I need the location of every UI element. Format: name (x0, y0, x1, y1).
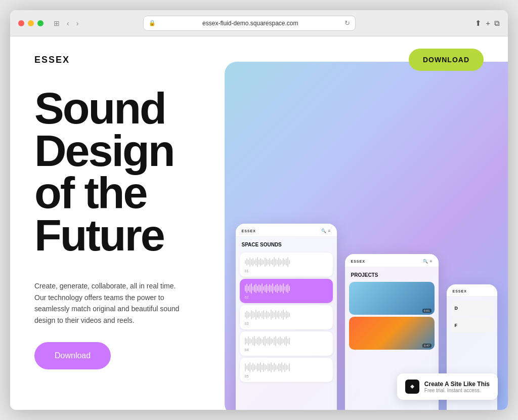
squarespace-subtitle: Free trial. Instant access. (424, 388, 490, 393)
hero-left: Sound Design of the Future Create, gener… (34, 77, 277, 369)
share-button[interactable]: ⬆ (475, 19, 482, 28)
projects-section-title: PROJECTS (345, 267, 439, 280)
url-text: essex-fluid-demo.squarespace.com (159, 20, 341, 27)
browser-chrome: ⊞ ‹ › 🔒 essex-fluid-demo.squarespace.com… (10, 10, 508, 36)
project-sunset-image (349, 317, 435, 350)
project-beach-label: 0:01 (422, 309, 431, 313)
site-logo: ESSEX (34, 55, 70, 65)
browser-window: ⊞ ‹ › 🔒 essex-fluid-demo.squarespace.com… (10, 10, 508, 410)
menu-icon-2: ≡ (430, 259, 433, 264)
project-sunset-card[interactable]: 0:47 (349, 317, 435, 350)
tabs-button[interactable]: ⧉ (494, 19, 500, 28)
lock-icon: 🔒 (149, 20, 156, 26)
phone-main-icons: 🔍 ≡ (321, 229, 331, 233)
sidebar-toggle-button[interactable]: ⊞ (52, 18, 62, 28)
project-sunset-label: 0:47 (422, 344, 431, 348)
phone-third-logo: ESSEX (453, 289, 467, 293)
phone-secondary-logo: ESSEX (351, 260, 365, 263)
search-icon: 🔍 (321, 229, 326, 233)
hero-heading-line1: Sound Design (34, 83, 174, 176)
squarespace-title: Create A Site Like This (424, 381, 490, 388)
site-nav: ESSEX DOWNLOAD (10, 36, 508, 83)
traffic-light-yellow[interactable] (28, 20, 34, 26)
hero-description: Create, generate, collaborate, all in re… (34, 280, 186, 326)
forward-button[interactable]: › (74, 18, 81, 28)
reload-icon: ↻ (344, 19, 350, 27)
phone-secondary-header: ESSEX 🔍 ≡ (345, 254, 439, 267)
address-bar[interactable]: 🔒 essex-fluid-demo.squarespace.com ↻ (143, 16, 356, 31)
traffic-light-green[interactable] (37, 20, 44, 26)
hero-heading-line2: of the Future (34, 167, 164, 260)
theme-preview: D F (447, 297, 497, 339)
theme-item-d: D (451, 301, 493, 316)
search-icon-2: 🔍 (423, 259, 428, 264)
project-beach-image (349, 282, 435, 315)
theme-item-f: F (451, 318, 493, 333)
hero-download-button[interactable]: Download (34, 342, 111, 369)
project-beach-card[interactable]: 0:01 (349, 282, 435, 315)
phone-secondary-icons: 🔍 ≡ (423, 259, 433, 264)
squarespace-icon (405, 380, 419, 394)
squarespace-text-block: Create A Site Like This Free trial. Inst… (424, 381, 490, 393)
traffic-light-red[interactable] (18, 20, 24, 26)
track-05-number: 05 (245, 374, 328, 378)
menu-icon: ≡ (328, 229, 331, 233)
browser-controls: ⊞ ‹ › (52, 18, 80, 28)
nav-download-button[interactable]: DOWNLOAD (409, 49, 484, 71)
traffic-lights (18, 20, 44, 26)
squarespace-badge[interactable]: Create A Site Like This Free trial. Inst… (397, 373, 498, 400)
browser-actions: ⬆ + ⧉ (475, 19, 500, 28)
new-tab-button[interactable]: + (486, 19, 490, 28)
phone-third-header: ESSEX (447, 284, 497, 297)
back-button[interactable]: ‹ (65, 18, 71, 28)
hero-section: Sound Design of the Future Create, gener… (10, 36, 508, 410)
hero-heading: Sound Design of the Future (34, 87, 277, 256)
page-content: ESSEX DOWNLOAD Sound Design of the Futur… (10, 36, 508, 410)
